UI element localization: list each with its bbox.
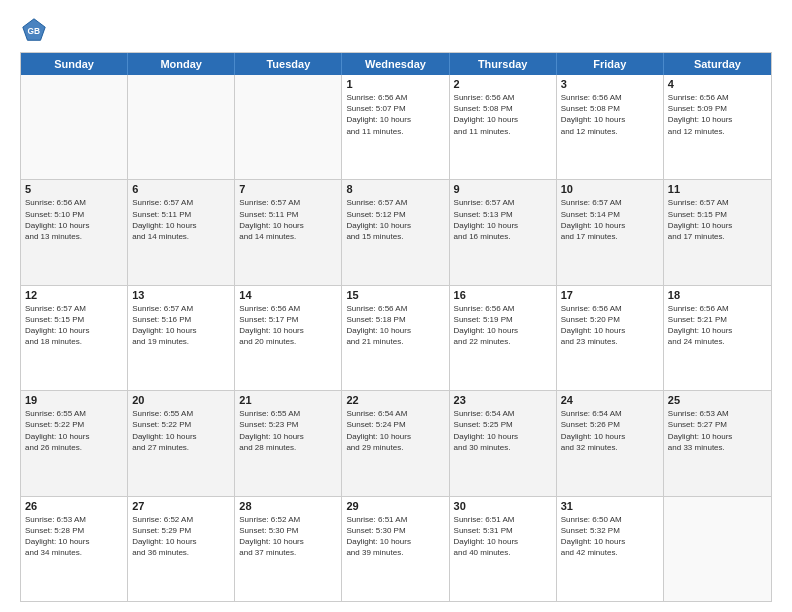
calendar-cell: 18Sunrise: 6:56 AM Sunset: 5:21 PM Dayli… bbox=[664, 286, 771, 390]
calendar: SundayMondayTuesdayWednesdayThursdayFrid… bbox=[20, 52, 772, 602]
calendar-cell: 10Sunrise: 6:57 AM Sunset: 5:14 PM Dayli… bbox=[557, 180, 664, 284]
day-info: Sunrise: 6:54 AM Sunset: 5:24 PM Dayligh… bbox=[346, 408, 444, 453]
day-number: 9 bbox=[454, 183, 552, 195]
day-info: Sunrise: 6:57 AM Sunset: 5:11 PM Dayligh… bbox=[239, 197, 337, 242]
calendar-week: 19Sunrise: 6:55 AM Sunset: 5:22 PM Dayli… bbox=[21, 391, 771, 496]
calendar-header-cell: Thursday bbox=[450, 53, 557, 75]
calendar-header-cell: Tuesday bbox=[235, 53, 342, 75]
calendar-cell-empty bbox=[128, 75, 235, 179]
calendar-cell: 2Sunrise: 6:56 AM Sunset: 5:08 PM Daylig… bbox=[450, 75, 557, 179]
day-info: Sunrise: 6:57 AM Sunset: 5:14 PM Dayligh… bbox=[561, 197, 659, 242]
day-number: 23 bbox=[454, 394, 552, 406]
day-info: Sunrise: 6:52 AM Sunset: 5:29 PM Dayligh… bbox=[132, 514, 230, 559]
day-number: 24 bbox=[561, 394, 659, 406]
day-info: Sunrise: 6:56 AM Sunset: 5:21 PM Dayligh… bbox=[668, 303, 767, 348]
day-info: Sunrise: 6:57 AM Sunset: 5:15 PM Dayligh… bbox=[668, 197, 767, 242]
calendar-cell: 4Sunrise: 6:56 AM Sunset: 5:09 PM Daylig… bbox=[664, 75, 771, 179]
day-number: 10 bbox=[561, 183, 659, 195]
calendar-week: 12Sunrise: 6:57 AM Sunset: 5:15 PM Dayli… bbox=[21, 286, 771, 391]
day-number: 16 bbox=[454, 289, 552, 301]
calendar-cell: 27Sunrise: 6:52 AM Sunset: 5:29 PM Dayli… bbox=[128, 497, 235, 601]
calendar-cell: 25Sunrise: 6:53 AM Sunset: 5:27 PM Dayli… bbox=[664, 391, 771, 495]
calendar-week: 1Sunrise: 6:56 AM Sunset: 5:07 PM Daylig… bbox=[21, 75, 771, 180]
calendar-cell: 11Sunrise: 6:57 AM Sunset: 5:15 PM Dayli… bbox=[664, 180, 771, 284]
day-number: 12 bbox=[25, 289, 123, 301]
day-number: 25 bbox=[668, 394, 767, 406]
calendar-cell: 3Sunrise: 6:56 AM Sunset: 5:08 PM Daylig… bbox=[557, 75, 664, 179]
calendar-cell: 24Sunrise: 6:54 AM Sunset: 5:26 PM Dayli… bbox=[557, 391, 664, 495]
day-number: 20 bbox=[132, 394, 230, 406]
day-info: Sunrise: 6:55 AM Sunset: 5:22 PM Dayligh… bbox=[25, 408, 123, 453]
calendar-header-row: SundayMondayTuesdayWednesdayThursdayFrid… bbox=[21, 53, 771, 75]
calendar-cell: 31Sunrise: 6:50 AM Sunset: 5:32 PM Dayli… bbox=[557, 497, 664, 601]
calendar-cell: 22Sunrise: 6:54 AM Sunset: 5:24 PM Dayli… bbox=[342, 391, 449, 495]
calendar-header-cell: Saturday bbox=[664, 53, 771, 75]
svg-text:GB: GB bbox=[27, 26, 40, 36]
day-number: 28 bbox=[239, 500, 337, 512]
day-info: Sunrise: 6:55 AM Sunset: 5:22 PM Dayligh… bbox=[132, 408, 230, 453]
day-info: Sunrise: 6:56 AM Sunset: 5:17 PM Dayligh… bbox=[239, 303, 337, 348]
calendar-cell: 30Sunrise: 6:51 AM Sunset: 5:31 PM Dayli… bbox=[450, 497, 557, 601]
day-info: Sunrise: 6:55 AM Sunset: 5:23 PM Dayligh… bbox=[239, 408, 337, 453]
day-number: 5 bbox=[25, 183, 123, 195]
calendar-header-cell: Wednesday bbox=[342, 53, 449, 75]
page: GB SundayMondayTuesdayWednesdayThursdayF… bbox=[0, 0, 792, 612]
day-number: 18 bbox=[668, 289, 767, 301]
calendar-cell: 8Sunrise: 6:57 AM Sunset: 5:12 PM Daylig… bbox=[342, 180, 449, 284]
day-info: Sunrise: 6:57 AM Sunset: 5:11 PM Dayligh… bbox=[132, 197, 230, 242]
day-number: 29 bbox=[346, 500, 444, 512]
day-number: 27 bbox=[132, 500, 230, 512]
calendar-body: 1Sunrise: 6:56 AM Sunset: 5:07 PM Daylig… bbox=[21, 75, 771, 601]
day-info: Sunrise: 6:57 AM Sunset: 5:12 PM Dayligh… bbox=[346, 197, 444, 242]
calendar-cell: 9Sunrise: 6:57 AM Sunset: 5:13 PM Daylig… bbox=[450, 180, 557, 284]
day-info: Sunrise: 6:54 AM Sunset: 5:26 PM Dayligh… bbox=[561, 408, 659, 453]
day-number: 15 bbox=[346, 289, 444, 301]
calendar-cell: 16Sunrise: 6:56 AM Sunset: 5:19 PM Dayli… bbox=[450, 286, 557, 390]
day-info: Sunrise: 6:57 AM Sunset: 5:13 PM Dayligh… bbox=[454, 197, 552, 242]
calendar-cell: 29Sunrise: 6:51 AM Sunset: 5:30 PM Dayli… bbox=[342, 497, 449, 601]
calendar-cell: 7Sunrise: 6:57 AM Sunset: 5:11 PM Daylig… bbox=[235, 180, 342, 284]
calendar-cell: 13Sunrise: 6:57 AM Sunset: 5:16 PM Dayli… bbox=[128, 286, 235, 390]
day-info: Sunrise: 6:51 AM Sunset: 5:31 PM Dayligh… bbox=[454, 514, 552, 559]
day-info: Sunrise: 6:57 AM Sunset: 5:15 PM Dayligh… bbox=[25, 303, 123, 348]
day-number: 8 bbox=[346, 183, 444, 195]
day-number: 6 bbox=[132, 183, 230, 195]
calendar-header-cell: Monday bbox=[128, 53, 235, 75]
calendar-week: 5Sunrise: 6:56 AM Sunset: 5:10 PM Daylig… bbox=[21, 180, 771, 285]
calendar-cell: 17Sunrise: 6:56 AM Sunset: 5:20 PM Dayli… bbox=[557, 286, 664, 390]
calendar-cell: 26Sunrise: 6:53 AM Sunset: 5:28 PM Dayli… bbox=[21, 497, 128, 601]
day-number: 4 bbox=[668, 78, 767, 90]
day-number: 22 bbox=[346, 394, 444, 406]
calendar-cell-empty bbox=[21, 75, 128, 179]
calendar-cell: 15Sunrise: 6:56 AM Sunset: 5:18 PM Dayli… bbox=[342, 286, 449, 390]
day-number: 1 bbox=[346, 78, 444, 90]
day-info: Sunrise: 6:56 AM Sunset: 5:20 PM Dayligh… bbox=[561, 303, 659, 348]
day-info: Sunrise: 6:56 AM Sunset: 5:19 PM Dayligh… bbox=[454, 303, 552, 348]
calendar-cell: 28Sunrise: 6:52 AM Sunset: 5:30 PM Dayli… bbox=[235, 497, 342, 601]
day-number: 30 bbox=[454, 500, 552, 512]
day-info: Sunrise: 6:54 AM Sunset: 5:25 PM Dayligh… bbox=[454, 408, 552, 453]
day-number: 31 bbox=[561, 500, 659, 512]
day-number: 7 bbox=[239, 183, 337, 195]
header: GB bbox=[20, 16, 772, 44]
day-number: 19 bbox=[25, 394, 123, 406]
day-info: Sunrise: 6:50 AM Sunset: 5:32 PM Dayligh… bbox=[561, 514, 659, 559]
calendar-cell: 1Sunrise: 6:56 AM Sunset: 5:07 PM Daylig… bbox=[342, 75, 449, 179]
day-info: Sunrise: 6:56 AM Sunset: 5:07 PM Dayligh… bbox=[346, 92, 444, 137]
calendar-cell: 20Sunrise: 6:55 AM Sunset: 5:22 PM Dayli… bbox=[128, 391, 235, 495]
calendar-cell: 6Sunrise: 6:57 AM Sunset: 5:11 PM Daylig… bbox=[128, 180, 235, 284]
day-info: Sunrise: 6:57 AM Sunset: 5:16 PM Dayligh… bbox=[132, 303, 230, 348]
day-info: Sunrise: 6:56 AM Sunset: 5:10 PM Dayligh… bbox=[25, 197, 123, 242]
day-info: Sunrise: 6:53 AM Sunset: 5:28 PM Dayligh… bbox=[25, 514, 123, 559]
calendar-cell: 12Sunrise: 6:57 AM Sunset: 5:15 PM Dayli… bbox=[21, 286, 128, 390]
calendar-cell: 5Sunrise: 6:56 AM Sunset: 5:10 PM Daylig… bbox=[21, 180, 128, 284]
day-number: 17 bbox=[561, 289, 659, 301]
day-number: 14 bbox=[239, 289, 337, 301]
day-number: 13 bbox=[132, 289, 230, 301]
calendar-cell: 23Sunrise: 6:54 AM Sunset: 5:25 PM Dayli… bbox=[450, 391, 557, 495]
day-info: Sunrise: 6:56 AM Sunset: 5:09 PM Dayligh… bbox=[668, 92, 767, 137]
calendar-cell-empty bbox=[235, 75, 342, 179]
day-number: 11 bbox=[668, 183, 767, 195]
calendar-header-cell: Friday bbox=[557, 53, 664, 75]
day-info: Sunrise: 6:56 AM Sunset: 5:18 PM Dayligh… bbox=[346, 303, 444, 348]
